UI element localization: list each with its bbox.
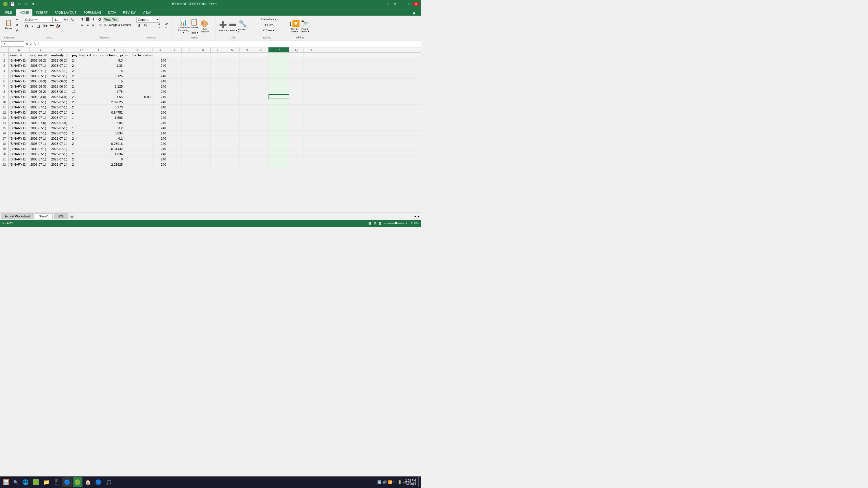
cell-C20[interactable]: 2023-07-1(: [50, 152, 71, 156]
cell-D11[interactable]: 2: [71, 105, 92, 109]
cell-I1[interactable]: [167, 53, 182, 58]
cell-E7[interactable]: [92, 84, 106, 89]
cell-A20[interactable]: (BINARY D/: [9, 152, 30, 156]
cell-G13[interactable]: [124, 115, 153, 120]
cell-R1[interactable]: [304, 53, 318, 58]
cell-H6[interactable]: 240: [153, 78, 167, 84]
cell-R8[interactable]: [304, 89, 318, 94]
cell-H10[interactable]: 240: [153, 99, 167, 104]
cell-G21[interactable]: [124, 157, 153, 162]
cell-R15[interactable]: [304, 126, 318, 130]
cell-L17[interactable]: [211, 136, 225, 141]
cell-D22[interactable]: 2: [71, 162, 92, 167]
cell-N16[interactable]: [240, 131, 254, 136]
confirm-formula-icon[interactable]: ✓: [30, 42, 32, 46]
cell-P21[interactable]: [269, 157, 289, 162]
cell-R6[interactable]: [304, 78, 318, 84]
cell-H3[interactable]: 240: [153, 63, 167, 68]
cell-I21[interactable]: [167, 157, 182, 162]
cell-E15[interactable]: [92, 126, 106, 130]
cell-L2[interactable]: [211, 58, 225, 63]
cell-L6[interactable]: [211, 78, 225, 84]
cell-L4[interactable]: [211, 68, 225, 73]
cell-P9[interactable]: [269, 94, 289, 99]
cell-Q18[interactable]: [289, 141, 304, 146]
cell-D10[interactable]: 2: [71, 99, 92, 104]
cell-C8[interactable]: 2023-06-1(: [50, 89, 71, 94]
cell-B16[interactable]: 2003-07-1(: [30, 131, 50, 136]
cell-H20[interactable]: 240: [153, 152, 167, 156]
cell-P6[interactable]: [269, 78, 289, 84]
cell-F3[interactable]: 1.36: [106, 63, 124, 68]
cell-N15[interactable]: [240, 126, 254, 130]
cell-M9[interactable]: [225, 94, 240, 99]
cell-N3[interactable]: [240, 63, 254, 68]
cell-Q22[interactable]: [289, 162, 304, 167]
cell-F7[interactable]: 5.125: [106, 84, 124, 89]
cell-K15[interactable]: [196, 126, 211, 130]
cell-E9[interactable]: [92, 94, 106, 99]
cell-D6[interactable]: 2: [71, 78, 92, 84]
cell-B1[interactable]: orig_iss_dt: [30, 53, 50, 58]
cell-Q3[interactable]: [289, 63, 304, 68]
col-header-N[interactable]: N: [240, 47, 254, 52]
cell-L8[interactable]: [211, 89, 225, 94]
cell-F18[interactable]: 0.23916: [106, 141, 124, 146]
cell-F22[interactable]: 2.21625: [106, 162, 124, 167]
cell-Q15[interactable]: [289, 126, 304, 130]
cell-L12[interactable]: [211, 110, 225, 115]
cell-I5[interactable]: [167, 73, 182, 78]
cell-J12[interactable]: [182, 110, 196, 115]
cell-F13[interactable]: 1.506: [106, 115, 124, 120]
cell-L15[interactable]: [211, 126, 225, 130]
cell-G17[interactable]: [124, 136, 153, 141]
cell-E13[interactable]: [92, 115, 106, 120]
cell-O21[interactable]: [254, 157, 269, 162]
cell-G4[interactable]: [124, 68, 153, 73]
cell-J19[interactable]: [182, 146, 196, 151]
cell-A14[interactable]: (BINARY D/: [9, 120, 30, 125]
cell-H21[interactable]: 240: [153, 157, 167, 162]
cell-N6[interactable]: [240, 78, 254, 84]
cell-L19[interactable]: [211, 146, 225, 151]
clear-button[interactable]: ✕ Clear ▾: [261, 28, 276, 33]
conditional-formatting-button[interactable]: 📊 ConditionalFormatting ▾: [179, 19, 188, 34]
cell-C11[interactable]: 2023-07-1(: [50, 105, 71, 109]
col-header-Q[interactable]: Q: [289, 47, 304, 52]
col-header-O[interactable]: O: [254, 47, 269, 52]
cell-M15[interactable]: [225, 126, 240, 130]
cell-N4[interactable]: [240, 68, 254, 73]
cell-L7[interactable]: [211, 84, 225, 89]
cell-A8[interactable]: (BINARY D/: [9, 89, 30, 94]
cell-P5[interactable]: [269, 73, 289, 78]
cell-D4[interactable]: 2: [71, 68, 92, 73]
cell-R2[interactable]: [304, 58, 318, 63]
cell-L3[interactable]: [211, 63, 225, 68]
cell-J15[interactable]: [182, 126, 196, 130]
cell-B19[interactable]: 2003-07-1(: [30, 146, 50, 151]
cell-G1[interactable]: months_to_maturity: [124, 53, 153, 58]
cell-G18[interactable]: [124, 141, 153, 146]
cell-F4[interactable]: 5: [106, 68, 124, 73]
tab-insert[interactable]: INSERT: [32, 9, 51, 15]
cell-E14[interactable]: [92, 120, 106, 125]
cell-B20[interactable]: 2003-07-1(: [30, 152, 50, 156]
cell-R13[interactable]: [304, 115, 318, 120]
cell-L14[interactable]: [211, 120, 225, 125]
increase-decimal-button[interactable]: .0→: [155, 23, 162, 28]
redo-btn[interactable]: ↪: [23, 1, 29, 7]
cell-O15[interactable]: [254, 126, 269, 130]
cell-J2[interactable]: [182, 58, 196, 63]
cell-P22[interactable]: [269, 162, 289, 167]
cell-O2[interactable]: [254, 58, 269, 63]
cell-D18[interactable]: 2: [71, 141, 92, 146]
cell-M2[interactable]: [225, 58, 240, 63]
autosum-button[interactable]: Σ AutoSum ▾: [259, 17, 278, 22]
cell-B14[interactable]: 2003-07-0(: [30, 120, 50, 125]
cell-R12[interactable]: [304, 110, 318, 115]
cell-I6[interactable]: [167, 78, 182, 84]
cell-I22[interactable]: [167, 162, 182, 167]
cell-M21[interactable]: [225, 157, 240, 162]
cell-E11[interactable]: [92, 105, 106, 109]
cell-O1[interactable]: [254, 53, 269, 58]
